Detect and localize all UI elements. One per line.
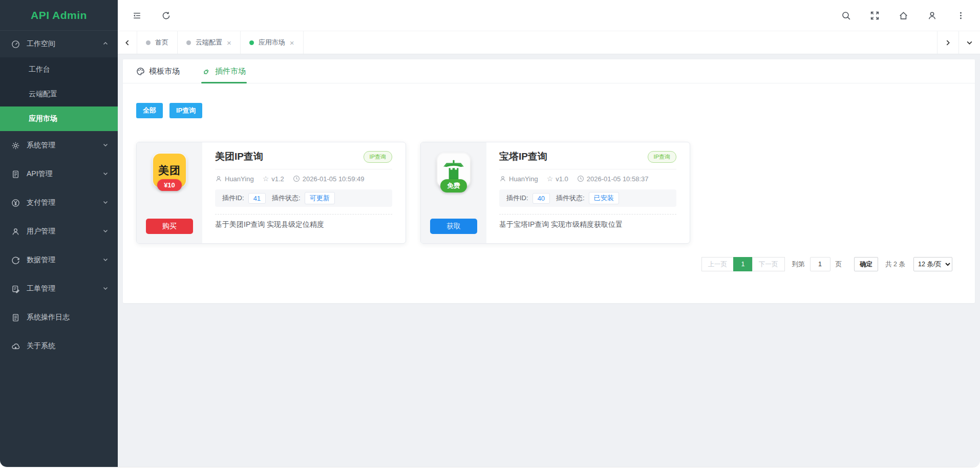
workspace-submenu: 工作台 云端配置 应用市场 [0,57,118,131]
sidebar-item-workspace[interactable]: 工作空间 [0,31,118,57]
confirm-button[interactable]: 确定 [854,257,878,271]
header-right [841,11,966,20]
tabbar-spacer [304,31,937,54]
close-icon[interactable]: × [227,39,231,47]
plugin-title: 宝塔IP查询 [499,150,547,163]
sidebar-item-system-log[interactable]: 系统操作日志 [0,303,118,332]
plugin-id-value[interactable]: 41 [248,193,266,204]
plugin-id-label: 插件ID: [506,194,528,203]
version-value: v1.2 [271,175,284,183]
page-tabbar: 首页 云端配置 × 应用市场 × [118,31,980,54]
sidebar-item-app-market[interactable]: 应用市场 [0,106,118,131]
get-button[interactable]: 获取 [430,219,477,234]
chevron-down-icon [102,227,109,236]
plugin-meta: HuanYing ☆ v1.2 202 [215,175,392,183]
market-tab-label: 模板市场 [149,67,180,76]
search-icon[interactable] [841,11,851,20]
plugin-card-baota: 免费 获取 宝塔IP查询 IP查询 [420,142,690,244]
page-size-select[interactable]: 12 条/页 [913,257,952,271]
sidebar-item-data-mgmt[interactable]: 数据管理 [0,246,118,274]
plugin-info-bar: 插件ID: 41 插件状态: 可更新 [215,189,392,207]
sidebar-item-workbench[interactable]: 工作台 [0,57,118,82]
card-body: 美团IP查询 IP查询 HuanYing [202,142,406,243]
tabs-scroll-left-button[interactable] [118,31,137,54]
plugin-cards: 美团 ¥10 购买 美团IP查询 IP查询 [136,142,975,244]
divider [215,169,392,169]
yen-circle-icon [11,199,20,207]
chevron-down-icon [102,141,109,149]
category-tag: IP查询 [364,151,392,163]
plugin-status-value[interactable]: 可更新 [305,192,335,204]
tab-app-market[interactable]: 应用市场 × [241,31,304,54]
prev-page-button[interactable]: 上一页 [701,257,734,271]
filter-all-button[interactable]: 全部 [136,103,163,118]
tab-dot [186,40,191,45]
pagination: 上一页 1 下一页 到第 页 确定 共 2 条 12 条/页 [123,257,952,271]
author-meta: HuanYing [499,175,538,183]
card-left-column: 免费 获取 [421,142,486,243]
sidebar-item-system-mgmt[interactable]: 系统管理 [0,131,118,160]
card-left-column: 美团 ¥10 购买 [137,142,202,243]
sidebar-item-api-mgmt[interactable]: API管理 [0,160,118,188]
goto-page-input[interactable] [810,257,830,271]
user-icon [11,227,20,236]
author-meta: HuanYing [215,175,254,183]
next-page-button[interactable]: 下一页 [752,257,785,271]
refresh-icon[interactable] [161,11,171,20]
home-icon[interactable] [899,11,908,20]
plugin-description: 基于美团IP查询 实现县级定位精度 [215,220,392,229]
plugin-id-value[interactable]: 40 [532,193,550,204]
sidebar-item-user-mgmt[interactable]: 用户管理 [0,217,118,246]
tabs-scroll-right-button[interactable] [937,31,958,54]
sidebar-item-label: API管理 [27,169,53,179]
market-tabs: 模板市场 插件市场 [123,59,975,83]
app-logo: API Admin [0,0,118,31]
buy-button[interactable]: 购买 [146,219,193,234]
author-name: HuanYing [225,175,254,183]
more-options-icon[interactable] [956,11,966,20]
filter-ip-query-button[interactable]: IP查询 [169,103,202,118]
tab-label: 应用市场 [259,38,285,47]
collapse-sidebar-icon[interactable] [132,11,142,20]
total-count-label: 共 2 条 [885,260,905,269]
tab-cloud-config[interactable]: 云端配置 × [178,31,241,54]
chevron-down-icon [102,170,109,178]
meituan-icon-text: 美团 [158,163,181,178]
tab-home[interactable]: 首页 [137,31,178,54]
category-tag: IP查询 [648,151,676,163]
sidebar-item-payment-mgmt[interactable]: 支付管理 [0,188,118,217]
tab-template-market[interactable]: 模板市场 [136,59,180,83]
content-area: 模板市场 插件市场 全部 IP查询 [118,54,980,467]
updated-meta: 2026-01-05 10:59:49 [293,175,365,183]
plugin-status-value[interactable]: 已安装 [589,192,619,204]
divider [499,169,676,169]
author-icon [215,175,222,182]
log-icon [11,313,20,322]
updated-meta: 2026-01-05 10:58:37 [577,175,649,183]
sidebar-item-label: 工作空间 [27,39,55,49]
app-window: API Admin 工作空间 工作台 云端配置 应用市场 [0,0,980,467]
user-profile-icon[interactable] [927,11,937,20]
cloud-up-icon [11,342,20,351]
palette-icon [136,67,145,76]
close-icon[interactable]: × [290,39,294,47]
sidebar: API Admin 工作空间 工作台 云端配置 应用市场 [0,0,118,467]
sidebar-item-ticket-mgmt[interactable]: 工单管理 [0,274,118,303]
sidebar-item-label: 应用市场 [29,114,57,123]
tab-plugin-market[interactable]: 插件市场 [202,59,246,83]
sidebar-item-cloud-config[interactable]: 云端配置 [0,82,118,106]
tabs-menu-button[interactable] [958,31,980,54]
free-badge: 免费 [440,179,467,193]
sidebar-item-about-system[interactable]: 关于系统 [0,332,118,360]
plugin-id-label: 插件ID: [222,194,244,203]
plugin-status-label: 插件状态: [556,194,585,203]
updated-value: 2026-01-05 10:59:49 [303,175,365,183]
version-value: v1.0 [556,175,568,183]
tab-label: 首页 [155,38,168,47]
plugin-status-label: 插件状态: [272,194,301,203]
sidebar-item-label: 系统管理 [27,141,55,150]
sidebar-item-label: 关于系统 [27,341,55,351]
current-page-button[interactable]: 1 [733,257,753,271]
fullscreen-icon[interactable] [870,11,880,20]
version-meta: ☆ v1.2 [263,175,284,183]
